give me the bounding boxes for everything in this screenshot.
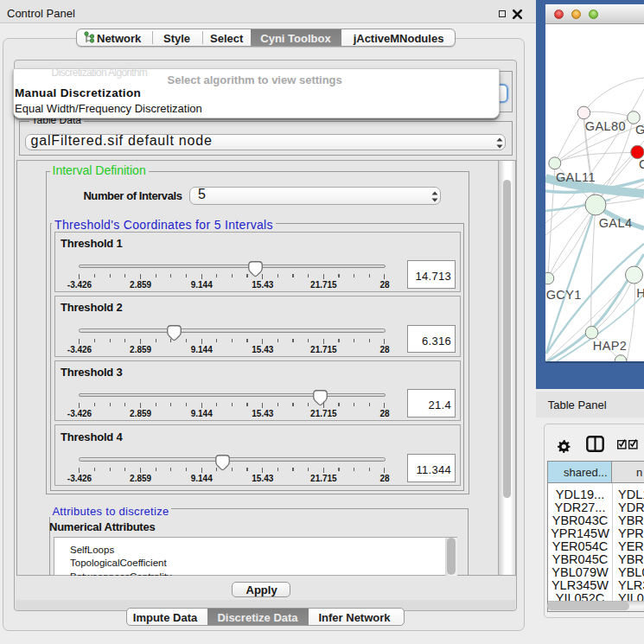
svg-text:GAL80: GAL80 [585, 119, 626, 133]
svg-text:C: C [639, 157, 644, 171]
svg-text:GCY1: GCY1 [546, 288, 582, 302]
svg-text:G.: G. [635, 123, 644, 137]
svg-text:GAL11: GAL11 [556, 170, 596, 184]
svg-text:H: H [636, 286, 644, 300]
svg-text:GAL4: GAL4 [599, 216, 633, 230]
svg-text:HAP2: HAP2 [593, 339, 627, 353]
